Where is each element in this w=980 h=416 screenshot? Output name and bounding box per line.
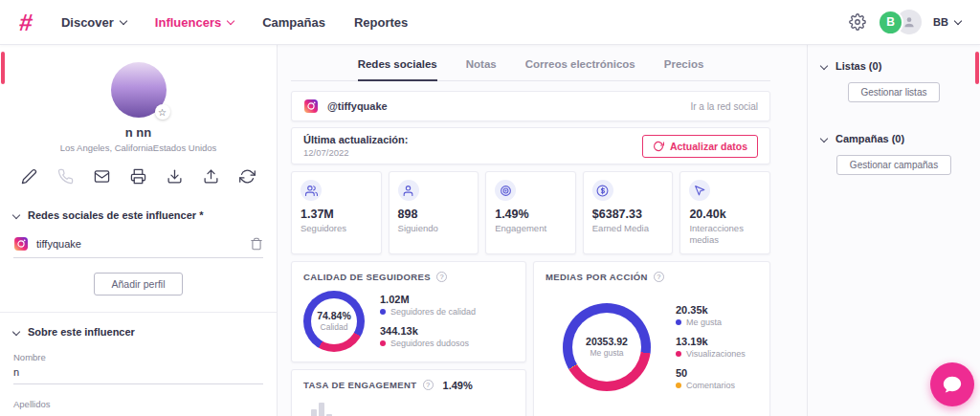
stat-card-followers: 1.37M Seguidores	[291, 171, 382, 254]
nav-influencers[interactable]: Influencers	[155, 15, 234, 30]
last-update-card: Última actualización: 12/07/2022 Actuali…	[291, 127, 770, 164]
chevron-down-icon	[12, 328, 20, 336]
engagement-rate-card: TASA DE ENGAGEMENT ? 1.49%	[291, 369, 526, 416]
edit-icon[interactable]	[21, 168, 37, 185]
topbar-right: B BB	[849, 10, 961, 35]
user-avatars[interactable]: B	[878, 10, 922, 35]
tab-notas[interactable]: Notas	[466, 58, 497, 81]
social-handle-input[interactable]	[36, 238, 242, 250]
media-chart-title: MEDIAS POR ACCIÓN	[546, 272, 648, 282]
update-data-label: Actualizar datos	[670, 141, 747, 152]
user-menu[interactable]: BB	[933, 16, 961, 28]
tab-redes-sociales[interactable]: Redes sociales	[358, 58, 437, 81]
legend-item: 1.02M Seguidores de calidad	[380, 294, 476, 317]
right-scrollbar-thumb[interactable]	[975, 52, 979, 84]
media-donut-label: Me gusta	[590, 348, 624, 358]
instagram-icon	[303, 99, 319, 114]
legend-label: Seguidores dudosos	[390, 339, 469, 348]
name-field[interactable]	[13, 362, 263, 384]
nav-campaigns[interactable]: Campañas	[262, 15, 325, 30]
upload-icon[interactable]	[203, 168, 219, 185]
nav-reports[interactable]: Reportes	[354, 15, 408, 30]
stat-label: Siguiendo	[398, 223, 470, 234]
dollar-icon	[592, 180, 613, 201]
profile-photo-wrap: ☆	[111, 62, 167, 118]
engagement-rate-value: 1.49%	[443, 380, 473, 391]
quality-chart-title: CALIDAD DE SEGUIDORES	[303, 272, 431, 282]
add-profile-button[interactable]: Añadir perfil	[94, 273, 182, 296]
lists-section-header[interactable]: Listas (0)	[821, 60, 967, 72]
manage-campaigns-button[interactable]: Gestionar campañas	[836, 155, 951, 175]
social-handle: @tiffyquake	[327, 100, 388, 112]
media-per-action-card: MEDIAS POR ACCIÓN ? 20353.92 Me gusta	[533, 261, 770, 416]
following-icon	[398, 180, 419, 201]
help-icon[interactable]: ?	[423, 380, 434, 390]
phone-icon[interactable]	[57, 168, 74, 185]
manage-lists-button[interactable]: Gestionar listas	[848, 82, 941, 102]
engagement-icon	[495, 180, 516, 201]
legend-dot	[676, 351, 681, 357]
influencer-sidebar: ☆ n nn Los Angeles, CaliforniaEstados Un…	[0, 45, 278, 416]
stat-value: 898	[398, 208, 470, 221]
stats-row: 1.37M Seguidores 898 Siguiendo 1.49% Eng…	[291, 171, 770, 254]
followers-quality-card: CALIDAD DE SEGUIDORES ? 74.84% Calidad	[291, 261, 526, 362]
refresh-icon	[653, 141, 664, 152]
name-field-label: Nombre	[13, 352, 263, 362]
mail-icon[interactable]	[94, 168, 110, 185]
avatar[interactable]: B	[878, 10, 903, 35]
main-panel: Redes sociales Notas Correos electrónico…	[278, 45, 807, 416]
nav-discover[interactable]: Discover	[61, 15, 126, 30]
chevron-down-icon	[12, 211, 20, 219]
star-favorite-icon[interactable]: ☆	[155, 104, 170, 120]
social-networks-section-title: Redes sociales de este influencer *	[28, 209, 203, 221]
print-icon[interactable]	[130, 168, 146, 185]
tab-precios[interactable]: Precios	[664, 58, 704, 81]
lists-section: Listas (0) Gestionar listas	[808, 58, 980, 102]
name-field-group: Nombre Apellidos	[0, 352, 277, 409]
help-icon[interactable]: ?	[654, 272, 664, 282]
legend-label: Me gusta	[686, 317, 722, 327]
stat-card-interactions: 20.40k Interacciones medias	[679, 171, 770, 254]
detail-tabs: Redes sociales Notas Correos electrónico…	[291, 45, 770, 81]
about-section-header[interactable]: Sobre este influencer	[0, 326, 277, 338]
legend-item: 344.13k Seguidores dudosos	[380, 325, 476, 348]
nav-influencers-label: Influencers	[155, 15, 221, 30]
left-scrollbar-thumb[interactable]	[1, 52, 5, 84]
media-donut-value: 20353.92	[586, 336, 628, 347]
help-icon[interactable]: ?	[436, 272, 447, 282]
chevron-down-icon	[820, 135, 828, 142]
legend-value: 344.13k	[380, 325, 476, 337]
chat-fab-button[interactable]	[930, 362, 974, 406]
lists-section-title: Listas (0)	[835, 60, 881, 72]
refresh-icon[interactable]	[239, 168, 256, 185]
campaigns-section-header[interactable]: Campañas (0)	[821, 133, 967, 144]
stat-label: Engagement	[495, 223, 567, 234]
influencer-name: n nn	[0, 125, 277, 140]
stat-value: 1.37M	[301, 208, 372, 221]
last-update-date: 12/07/2022	[303, 147, 408, 158]
go-to-social-link[interactable]: Ir a la red social	[690, 101, 758, 112]
profile-action-row	[0, 168, 277, 185]
about-section-title: Sobre este influencer	[28, 326, 135, 338]
stat-value: $6387.33	[592, 208, 664, 221]
settings-gear-icon[interactable]	[849, 13, 866, 31]
quality-donut-value: 74.84%	[317, 310, 351, 321]
download-icon[interactable]	[167, 168, 183, 185]
update-data-button[interactable]: Actualizar datos	[642, 135, 758, 158]
engagement-chart-title: TASA DE ENGAGEMENT	[303, 380, 417, 390]
social-networks-section-header[interactable]: Redes sociales de este influencer *	[0, 209, 277, 221]
social-handle-row	[13, 236, 263, 258]
legend-item: 13.19k Visualizaciones	[676, 336, 746, 359]
legend-item: 20.35k Me gusta	[676, 304, 746, 327]
tab-correos[interactable]: Correos electrónicos	[525, 58, 635, 81]
legend-value: 20.35k	[676, 304, 746, 316]
lists-campaigns-sidebar: Listas (0) Gestionar listas Campañas (0)…	[807, 45, 980, 416]
quality-donut-label: Calidad	[321, 322, 348, 332]
trash-icon[interactable]	[250, 237, 263, 251]
legend-dot	[380, 309, 386, 315]
chevron-down-icon	[227, 16, 234, 24]
stat-label: Earned Media	[592, 223, 664, 234]
interactions-icon	[689, 180, 710, 201]
app-logo[interactable]: #	[17, 9, 33, 36]
quality-legend: 1.02M Seguidores de calidad 344.13k	[380, 294, 476, 348]
